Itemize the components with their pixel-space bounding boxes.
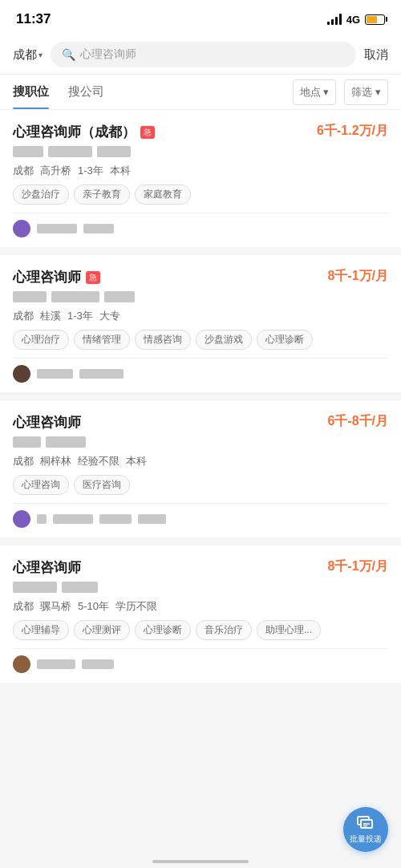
job-footer	[13, 213, 388, 237]
company-name	[46, 436, 86, 448]
urgent-badge: 急	[86, 271, 100, 284]
signal-icon	[327, 14, 342, 25]
company-small-logo	[37, 514, 47, 524]
city-selector[interactable]: 成都 ▾	[13, 47, 43, 63]
status-bar: 11:37 4G	[0, 0, 401, 35]
job-header: 心理咨询师 6千-8千/月	[13, 413, 388, 432]
tag: 心理咨询	[13, 475, 69, 495]
company-type	[104, 291, 135, 302]
batch-button-container: 批量投递	[343, 807, 388, 852]
job-salary: 8千-1万/月	[327, 268, 388, 285]
tag: 亲子教育	[74, 185, 130, 205]
job-title-wrap: 心理咨询师	[13, 558, 81, 577]
recruiter-title	[83, 224, 114, 233]
home-indicator	[152, 860, 249, 863]
job-header: 心理咨询师 8千-1万/月	[13, 558, 388, 577]
tag: 心理治疗	[13, 330, 69, 350]
network-type: 4G	[346, 14, 360, 26]
tag: 医疗咨询	[74, 475, 130, 495]
tag: 心理测评	[74, 620, 130, 640]
company-name	[48, 146, 92, 157]
job-tags: 沙盘治疗 亲子教育 家庭教育	[13, 185, 388, 205]
job-footer	[13, 358, 388, 383]
job-salary: 8千-1万/月	[327, 558, 388, 575]
recruiter-name	[37, 659, 75, 669]
job-meta: 成都 桐梓林 经验不限 本科	[13, 454, 388, 468]
location-filter-button[interactable]: 地点 ▾	[293, 79, 337, 105]
job-title: 心理咨询师（成都）	[13, 123, 136, 141]
tag: 心理诊断	[257, 330, 313, 350]
job-salary: 6千-1.2万/月	[317, 123, 388, 140]
tab-jobs[interactable]: 搜职位	[13, 75, 49, 109]
job-meta: 成都 桂溪 1-3年 大专	[13, 309, 388, 323]
job-card[interactable]: 心理咨询师 急 8千-1万/月 成都 桂溪 1-3年 大专 心理治疗 情绪管理 …	[0, 255, 401, 392]
recruiter-title	[82, 659, 114, 669]
batch-apply-button[interactable]: 批量投递	[343, 807, 388, 852]
tag: 沙盘游戏	[196, 330, 252, 350]
company-info	[13, 582, 388, 593]
job-meta: 成都 骡马桥 5-10年 学历不限	[13, 599, 388, 614]
batch-icon	[357, 816, 375, 833]
tab-companies[interactable]: 搜公司	[68, 75, 104, 109]
urgent-badge: 急	[140, 126, 155, 139]
company-info	[13, 291, 388, 302]
job-card[interactable]: 心理咨询师（成都） 急 6千-1.2万/月 成都 高升桥 1-3年 本科 沙盘治…	[0, 110, 401, 247]
tag: 助理心理...	[257, 620, 321, 640]
job-card[interactable]: 心理咨询师 8千-1万/月 成都 骡马桥 5-10年 学历不限 心理辅导 心理测…	[0, 546, 401, 683]
status-icons: 4G	[327, 14, 385, 26]
job-footer	[13, 648, 388, 673]
tabs-right: 地点 ▾ 筛选 ▾	[293, 79, 388, 105]
job-list: 心理咨询师（成都） 急 6千-1.2万/月 成都 高升桥 1-3年 本科 沙盘治…	[0, 110, 401, 683]
job-title: 心理咨询师	[13, 558, 81, 577]
job-title-wrap: 心理咨询师	[13, 413, 81, 432]
tag: 沙盘治疗	[13, 185, 69, 205]
job-card[interactable]: 心理咨询师 6千-8千/月 成都 桐梓林 经验不限 本科 心理咨询 医疗咨询	[0, 400, 401, 537]
battery-icon	[365, 14, 385, 25]
job-tags: 心理治疗 情绪管理 情感咨询 沙盘游戏 心理诊断	[13, 330, 388, 350]
tag: 情感咨询	[135, 330, 191, 350]
filter-button[interactable]: 筛选 ▾	[344, 79, 388, 105]
job-footer	[13, 503, 388, 528]
company-type	[97, 146, 131, 157]
avatar	[13, 220, 30, 237]
avatar	[13, 365, 30, 383]
chevron-down-icon: ▾	[38, 51, 43, 59]
search-placeholder: 心理咨询师	[80, 47, 136, 62]
job-meta: 成都 高升桥 1-3年 本科	[13, 164, 388, 178]
search-input-wrap[interactable]: 🔍 心理咨询师	[51, 42, 356, 67]
online-status	[138, 514, 166, 524]
tabs-left: 搜职位 搜公司	[13, 75, 104, 109]
tabs-bar: 搜职位 搜公司 地点 ▾ 筛选 ▾	[0, 75, 401, 110]
recruiter-name	[37, 369, 73, 379]
job-tags: 心理辅导 心理测评 心理诊断 音乐治疗 助理心理...	[13, 620, 388, 640]
recruiter-title	[79, 369, 124, 379]
job-header: 心理咨询师 急 8千-1万/月	[13, 268, 388, 286]
company-info	[13, 146, 388, 157]
avatar	[13, 510, 30, 528]
status-time: 11:37	[16, 11, 51, 27]
recruiter-name	[53, 514, 93, 524]
job-title-wrap: 心理咨询师 急	[13, 268, 100, 286]
city-name: 成都	[13, 47, 37, 63]
cancel-button[interactable]: 取消	[364, 47, 388, 63]
tag: 音乐治疗	[196, 620, 252, 640]
recruiter-title	[99, 514, 132, 524]
job-salary: 6千-8千/月	[327, 413, 388, 430]
job-title: 心理咨询师	[13, 413, 81, 432]
company-name	[62, 582, 98, 593]
tag: 情绪管理	[74, 330, 130, 350]
tag: 家庭教育	[135, 185, 191, 205]
company-name	[51, 291, 99, 302]
company-logo	[13, 582, 57, 593]
search-bar: 成都 ▾ 🔍 心理咨询师 取消	[0, 35, 401, 75]
job-title: 心理咨询师	[13, 268, 81, 286]
company-logo	[13, 291, 47, 302]
recruiter-name	[37, 224, 77, 233]
search-icon: 🔍	[62, 48, 75, 61]
job-title-wrap: 心理咨询师（成都） 急	[13, 123, 155, 141]
company-logo	[13, 436, 41, 448]
batch-label: 批量投递	[350, 834, 382, 844]
job-header: 心理咨询师（成都） 急 6千-1.2万/月	[13, 123, 388, 141]
tag: 心理辅导	[13, 620, 69, 640]
tag: 心理诊断	[135, 620, 191, 640]
